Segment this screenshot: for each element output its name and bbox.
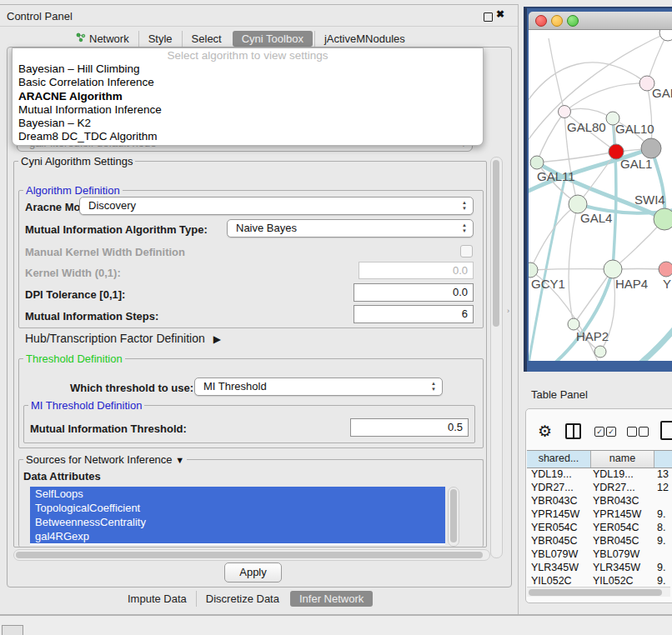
network-edge[interactable] <box>537 152 616 162</box>
scrollbar-thumb[interactable] <box>529 589 662 596</box>
traffic-light-minimize-icon[interactable] <box>551 15 563 27</box>
sources-title[interactable]: Sources for Network Inference ▼ <box>23 453 187 466</box>
tab-cyni-toolbox[interactable]: Cyni Toolbox <box>233 31 313 47</box>
attributes-list-scrollbar[interactable] <box>448 487 459 547</box>
table-row[interactable]: YDR27...YDR27...12 <box>527 481 672 494</box>
settings-vertical-scrollbar[interactable] <box>490 157 503 558</box>
apply-button[interactable]: Apply <box>224 562 282 582</box>
network-edge[interactable] <box>529 62 647 107</box>
threshold-definition-title: Threshold Definition <box>23 352 125 365</box>
column-layout-icon[interactable] <box>565 423 581 439</box>
expand-arrow-icon[interactable]: ▼ <box>175 455 184 465</box>
mi-steps-input[interactable]: 6 <box>354 305 474 323</box>
which-threshold-combobox[interactable]: MI Threshold ▲▼ <box>194 378 443 396</box>
table-row[interactable]: YPR145WYPR145W9. <box>527 508 672 521</box>
algorithm-definition-title: Algorithm Definition <box>23 184 123 197</box>
settings-horizontal-scrollbar[interactable] <box>13 549 490 561</box>
table-cell: 9. <box>657 561 672 574</box>
unchecked-checkbox-icon[interactable] <box>627 427 637 437</box>
network-edge[interactable] <box>530 269 613 270</box>
table-row[interactable]: YDL19...YDL19...13 <box>527 468 672 481</box>
table-body[interactable]: YDL19...YDL19...13YDR27...YDR27...12YBR0… <box>527 468 672 587</box>
dropdown-item-aracne[interactable]: ARACNE Algorithm <box>13 90 483 103</box>
checked-checkbox-icon[interactable]: ✓ <box>594 427 604 437</box>
column-header-name[interactable]: name <box>591 451 654 468</box>
mi-threshold-input[interactable]: 0.5 <box>350 418 469 437</box>
network-node-hap2[interactable] <box>568 318 579 330</box>
table-cell: 8. <box>657 521 672 534</box>
table-row[interactable]: YER054CYER054C8. <box>527 521 672 534</box>
close-icon[interactable]: ✖ <box>496 8 504 20</box>
data-attributes-list[interactable]: SelfLoops TopologicalCoefficient Between… <box>30 487 445 545</box>
algorithm-dropdown-popup: Select algorithm to view settings Bayesi… <box>12 48 484 146</box>
network-edge[interactable] <box>549 38 564 112</box>
table-row[interactable]: YIL052CYIL052C9. <box>527 574 672 587</box>
table-row[interactable]: YLR345WYLR345W9. <box>527 561 672 574</box>
panel-splitter[interactable]: › <box>507 307 509 315</box>
network-node-gal80[interactable] <box>559 106 571 118</box>
network-canvas[interactable]: GAL80GALGAL10GAL1GAL11GAL4SWI4GCY1HAP4YH… <box>529 30 672 361</box>
gear-icon[interactable]: ⚙ <box>538 422 552 441</box>
network-edge[interactable] <box>537 112 564 162</box>
dropdown-item-bayesian-k2[interactable]: Bayesian – K2 <box>13 117 483 130</box>
network-edge[interactable] <box>609 326 672 361</box>
checked-checkbox-icon[interactable]: ✓ <box>606 427 616 437</box>
table-row[interactable]: YBR043CYBR043C <box>527 494 672 508</box>
tab-infer-network[interactable]: Infer Network <box>290 591 373 607</box>
scrollbar-thumb[interactable] <box>16 552 483 558</box>
document-icon[interactable] <box>660 421 672 440</box>
network-node[interactable] <box>659 30 672 41</box>
network-node-hap4[interactable] <box>604 260 622 278</box>
traffic-light-zoom-icon[interactable] <box>567 15 579 27</box>
minimized-panel-button[interactable] <box>2 625 23 635</box>
manual-kernel-checkbox[interactable] <box>460 245 473 258</box>
network-node-swi4[interactable] <box>654 208 672 230</box>
dropdown-item-dream8[interactable]: Dream8 DC_TDC Algorithm <box>13 130 483 143</box>
scrollbar-thumb[interactable] <box>450 489 457 542</box>
hub-definition-section[interactable]: Hub/Transcription Factor Definition ▶ <box>25 332 221 345</box>
network-edge[interactable] <box>569 204 578 324</box>
list-item-selfloops[interactable]: SelfLoops <box>30 487 445 501</box>
table-cell: 12 <box>657 481 672 494</box>
table-row[interactable]: YBL079WYBL079W <box>527 548 672 561</box>
unchecked-checkbox-icon[interactable] <box>639 427 649 437</box>
column-header-shared-name[interactable]: shared... <box>527 451 591 468</box>
control-panel-tabs: Network Style Select Cyni Toolbox jActiv… <box>67 30 414 48</box>
scrollbar-thumb[interactable] <box>493 160 499 327</box>
dropdown-item-basic-correlation[interactable]: Basic Correlation Inference <box>13 76 483 89</box>
network-edge[interactable] <box>564 83 647 112</box>
column-header-partial[interactable] <box>654 451 672 468</box>
aracne-mode-combobox[interactable]: Discovery ▲▼ <box>79 197 474 215</box>
tab-jactivemnodules[interactable]: jActiveMNodules <box>314 31 414 47</box>
tab-style[interactable]: Style <box>138 31 182 47</box>
network-node-label: GAL11 <box>537 169 575 183</box>
table-cell: YER054C <box>527 521 593 534</box>
mi-algorithm-type-combobox[interactable]: Naive Bayes ▲▼ <box>227 219 474 238</box>
network-window-titlebar[interactable] <box>529 12 672 30</box>
network-node-label: HAP2 <box>576 329 609 343</box>
tab-impute-data[interactable]: Impute Data <box>118 591 196 607</box>
dpi-tolerance-input[interactable]: 0.0 <box>354 283 474 302</box>
spinner-arrows-icon: ▲▼ <box>462 222 467 234</box>
network-node[interactable] <box>641 138 661 158</box>
list-item-gal4rgexp[interactable]: gal4RGexp <box>30 529 445 543</box>
network-node-y[interactable] <box>659 262 672 277</box>
traffic-light-close-icon[interactable] <box>535 15 547 27</box>
collapse-arrow-icon[interactable]: ▶ <box>213 333 221 345</box>
table-cell: YBR045C <box>593 534 657 548</box>
list-item-betweennesscentrality[interactable]: BetweennessCentrality <box>30 515 445 529</box>
dropdown-item-mutual-information[interactable]: Mutual Information Inference <box>13 103 483 117</box>
dropdown-item-bayesian-hill-climbing[interactable]: Bayesian – Hill Climbing <box>13 62 483 76</box>
tab-network[interactable]: Network <box>67 31 138 47</box>
mi-steps-label: Mutual Information Steps: <box>25 310 158 322</box>
table-row[interactable]: YBR045CYBR045C9. <box>527 534 672 548</box>
network-node-gal11[interactable] <box>530 156 544 169</box>
tab-discretize-data[interactable]: Discretize Data <box>196 591 288 607</box>
network-edge[interactable] <box>530 204 578 270</box>
table-horizontal-scrollbar[interactable] <box>527 587 670 597</box>
network-node[interactable] <box>594 346 606 358</box>
float-panel-icon[interactable] <box>484 12 493 22</box>
list-item-topologicalcoefficient[interactable]: TopologicalCoefficient <box>30 501 445 515</box>
table-cell: YDR27... <box>593 481 657 494</box>
tab-select[interactable]: Select <box>182 31 231 47</box>
